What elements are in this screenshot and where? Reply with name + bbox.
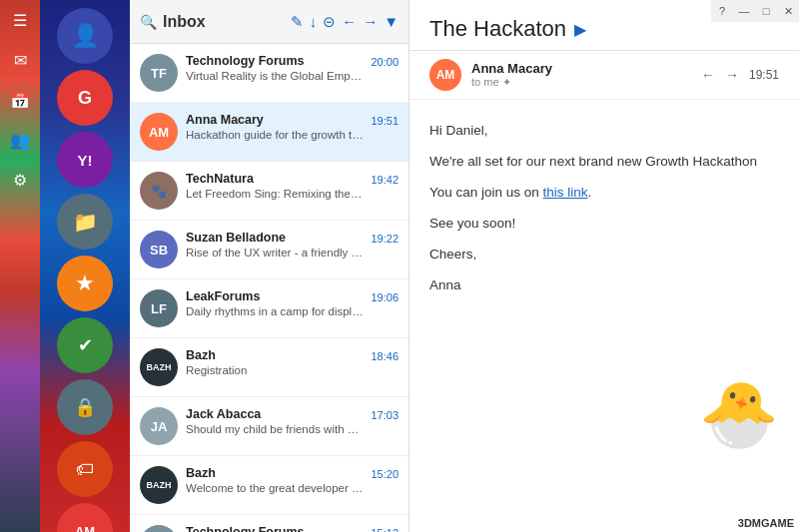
email-list-item-6[interactable]: BAZHBazhRegistration18:46 — [130, 338, 408, 397]
sidebar-google-icon[interactable]: G — [57, 70, 113, 126]
body-line4: Cheers, — [429, 244, 779, 266]
email-sender-8: Bazh — [186, 466, 365, 480]
email-time-5: 19:06 — [371, 289, 399, 303]
download-icon[interactable]: ↓ — [310, 13, 318, 30]
email-content-4: Suzan BelladoneRise of the UX writer - a… — [186, 231, 365, 259]
compose-icon[interactable]: ✎ — [291, 13, 304, 31]
account-sidebar: 👤 G Y! 📁 ★ ✔ 🔒 🏷 AM ··· — [40, 0, 130, 532]
reading-body: Hi Daniel, We're all set for our next br… — [409, 100, 799, 532]
sidebar-yahoo-icon[interactable]: Y! — [57, 132, 113, 188]
email-sender-1: Technology Forums — [186, 54, 365, 68]
email-content-1: Technology ForumsVirtual Reality is the … — [186, 54, 365, 82]
email-subject-3: Let Freedom Sing: Remixing the Declarati… — [186, 188, 365, 200]
sidebar-star-icon[interactable]: ★ — [57, 256, 113, 311]
toolbar-icons: ✎ ↓ ⊝ ← → ▼ — [291, 13, 399, 31]
email-list-item-5[interactable]: LFLeakForumsDaily rhythms in a camp for … — [130, 279, 408, 338]
email-list-panel: 🔍 Inbox ✎ ↓ ⊝ ← → ▼ TFTechnology ForumsV… — [130, 0, 409, 532]
email-content-6: BazhRegistration — [186, 348, 365, 376]
reading-sender-info: Anna Macary to me ✦ — [471, 61, 701, 89]
search-icon: 🔍 — [140, 14, 157, 30]
sidebar-bottom: AM ··· — [57, 503, 113, 532]
mail-icon[interactable]: ✉ — [0, 40, 40, 80]
email-list-item-1[interactable]: TFTechnology ForumsVirtual Reality is th… — [130, 44, 408, 103]
calendar-icon[interactable]: 📅 — [0, 80, 40, 120]
minimize-button[interactable]: — — [733, 0, 755, 22]
reading-sender-to: to me ✦ — [471, 76, 701, 89]
email-time-3: 19:42 — [371, 172, 399, 186]
body-line1: We're all set for our next brand new Gro… — [429, 151, 779, 174]
reading-sender-name: Anna Macary — [471, 61, 701, 76]
email-content-9: Technology ForumsLearning in VR will ins… — [186, 525, 365, 532]
body-line5: Anna — [429, 274, 779, 297]
people-icon[interactable]: 👥 — [0, 120, 40, 160]
body-line2-prefix: You can join us on — [429, 185, 543, 200]
this-link[interactable]: this link — [543, 185, 588, 200]
sidebar-avatar-icon[interactable]: AM — [57, 503, 113, 532]
sidebar-archive-icon[interactable]: 📁 — [57, 194, 113, 250]
email-avatar-9: TF — [140, 525, 178, 532]
email-subject-8: Welcome to the great developer commu... — [186, 482, 365, 494]
email-avatar-8: BAZH — [140, 466, 178, 504]
email-subject-5: Daily rhythms in a camp for displaced p.… — [186, 305, 365, 317]
body-line2: You can join us on this link. — [429, 182, 779, 205]
email-sender-4: Suzan Belladone — [186, 231, 365, 245]
email-subject-4: Rise of the UX writer - a friendly guide… — [186, 247, 365, 259]
email-list-item-7[interactable]: JAJack AbaccaShould my child be friends … — [130, 397, 408, 456]
email-sender-7: Jack Abacca — [186, 407, 365, 421]
icon-bar: ☰ ✉ 📅 👥 ⚙ — [0, 0, 40, 532]
email-list-item-4[interactable]: SBSuzan BelladoneRise of the UX writer -… — [130, 221, 408, 279]
email-avatar-5: LF — [140, 289, 178, 327]
reading-actions: ← → — [701, 67, 739, 83]
email-time-2: 19:51 — [371, 113, 399, 127]
reading-title-icon[interactable]: ▶ — [574, 20, 586, 39]
email-avatar-4: SB — [140, 231, 178, 268]
email-sender-5: LeakForums — [186, 289, 365, 303]
email-list-item-2[interactable]: AMAnna MacaryHackathon guide for the gro… — [130, 103, 408, 162]
email-items: TFTechnology ForumsVirtual Reality is th… — [130, 44, 408, 532]
email-time-8: 15:20 — [371, 466, 399, 480]
body-line3: See you soon! — [429, 213, 779, 236]
email-avatar-3: 🐾 — [140, 172, 178, 210]
email-avatar-7: JA — [140, 407, 178, 445]
sidebar-tasks-icon[interactable]: ✔ — [57, 317, 113, 373]
reading-title-text: The Hackaton — [429, 16, 566, 42]
close-button[interactable]: ✕ — [777, 0, 799, 22]
email-content-3: TechNaturaLet Freedom Sing: Remixing the… — [186, 172, 365, 200]
email-time-6: 18:46 — [371, 348, 399, 362]
more-actions-icon[interactable]: ▼ — [384, 13, 399, 30]
email-list-item-8[interactable]: BAZHBazhWelcome to the great developer c… — [130, 456, 408, 515]
reply-icon[interactable]: ← — [701, 67, 715, 83]
settings-icon[interactable]: ⚙ — [0, 160, 40, 200]
email-subject-1: Virtual Reality is the Global Empathy Ma… — [186, 70, 365, 82]
email-list-item-9[interactable]: TFTechnology ForumsLearning in VR will i… — [130, 515, 408, 532]
delete-icon[interactable]: ⊝ — [323, 13, 336, 31]
email-content-5: LeakForumsDaily rhythms in a camp for di… — [186, 289, 365, 317]
reading-time: 19:51 — [749, 68, 779, 82]
email-sender-6: Bazh — [186, 348, 365, 362]
email-sender-2: Anna Macary — [186, 113, 365, 127]
reading-sender-avatar: AM — [429, 59, 461, 91]
email-sender-3: TechNatura — [186, 172, 365, 186]
back-icon[interactable]: ← — [342, 13, 357, 30]
window-chrome: ? — □ ✕ — [711, 0, 799, 22]
sidebar-tag-icon[interactable]: 🏷 — [57, 441, 113, 497]
reading-pane: The Hackaton ▶ AM Anna Macary to me ✦ ← … — [409, 0, 799, 532]
sidebar-lock-icon[interactable]: 🔒 — [57, 379, 113, 435]
email-time-4: 19:22 — [371, 231, 399, 245]
inbox-title: Inbox — [163, 13, 291, 31]
sidebar-contacts-icon[interactable]: 👤 — [57, 8, 113, 64]
email-time-7: 17:03 — [371, 407, 399, 421]
forward-icon[interactable]: → — [363, 13, 378, 30]
email-list-item-3[interactable]: 🐾TechNaturaLet Freedom Sing: Remixing th… — [130, 162, 408, 221]
menu-icon[interactable]: ☰ — [0, 0, 40, 40]
email-avatar-6: BAZH — [140, 348, 178, 386]
maximize-button[interactable]: □ — [755, 0, 777, 22]
email-avatar-1: TF — [140, 54, 178, 92]
body-line2-suffix: . — [588, 185, 592, 200]
email-list-header: 🔍 Inbox ✎ ↓ ⊝ ← → ▼ — [130, 0, 408, 44]
help-button[interactable]: ? — [711, 0, 733, 22]
email-content-2: Anna MacaryHackathon guide for the growt… — [186, 113, 365, 141]
reading-meta: AM Anna Macary to me ✦ ← → 19:51 — [409, 51, 799, 100]
forward-action-icon[interactable]: → — [725, 67, 739, 83]
email-sender-9: Technology Forums — [186, 525, 365, 532]
